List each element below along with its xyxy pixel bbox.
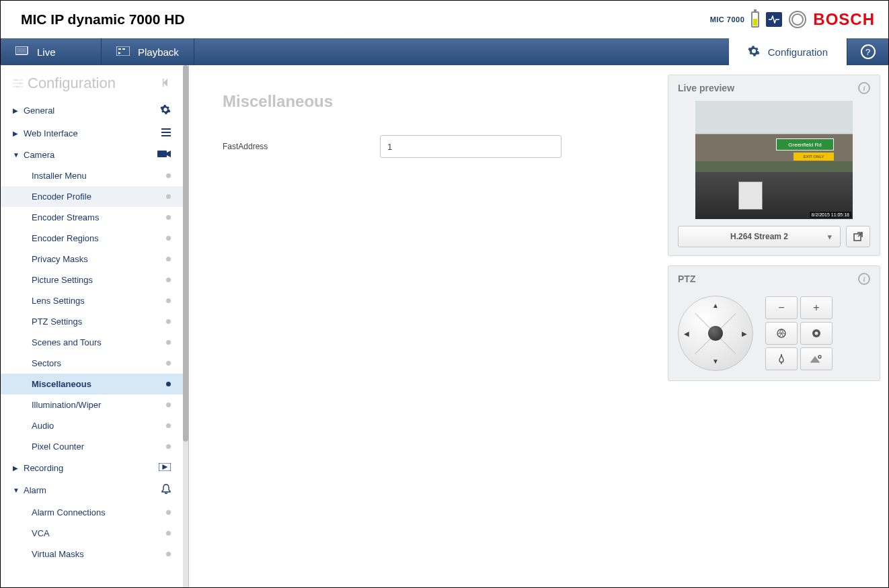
sidebar-section-general[interactable]: ▶ General [1,99,183,122]
sidebar-title: Configuration [28,75,116,92]
right-panel: Live preview i Greenfield Rd EXIT ONLY 8… [660,65,888,588]
tab-configuration[interactable]: Configuration [729,38,847,65]
sidebar-item-virtual-masks[interactable]: Virtual Masks [1,544,183,564]
sidebar-item-label: Miscellaneous [32,379,91,389]
svg-line-22 [858,233,862,237]
iris-close-icon [776,328,787,339]
sidebar-item-encoder-regions[interactable]: Encoder Regions [1,228,183,249]
section-label: General [24,106,54,116]
dot-icon [166,510,171,515]
dot-icon [166,403,171,407]
fastaddress-label: FastAddress [223,142,380,151]
sidebar-item-label: Encoder Streams [32,212,99,222]
section-label: Web Interface [24,128,78,138]
sidebar-item-alarm-connections[interactable]: Alarm Connections [1,502,183,523]
chevron-up-icon: ▲ [712,302,719,309]
section-label: Camera [24,150,54,160]
fastaddress-input[interactable] [380,135,562,158]
dot-icon [166,340,171,345]
popout-icon [853,232,863,241]
dot-icon [166,444,171,449]
svg-rect-4 [122,48,125,50]
collapse-sidebar-icon[interactable] [163,78,171,89]
sidebar-item-illumination-wiper[interactable]: Illumination/Wiper [1,394,183,415]
svg-marker-20 [163,465,167,469]
sidebar-scrollbar[interactable] [183,65,188,588]
tab-live[interactable]: Live [1,38,102,65]
sidebar-item-vca[interactable]: VCA [1,523,183,544]
focus-near-button[interactable] [765,347,798,370]
live-preview-title: Live preview [678,83,734,93]
sidebar-item-ptz-settings[interactable]: PTZ Settings [1,311,183,332]
sidebar-section-camera[interactable]: ▼ Camera [1,144,183,165]
sidebar-item-installer-menu[interactable]: Installer Menu [1,165,183,186]
top-header: MIC IP dynamic 7000 HD MIC 7000 BOSCH [1,1,888,38]
iris-open-button[interactable] [800,322,833,345]
ptz-joystick[interactable]: ▲ ▼ ◀ ▶ [678,296,753,371]
preview-sign-exit: EXIT ONLY [794,153,834,161]
sidebar-item-encoder-profile[interactable]: Encoder Profile [1,186,183,207]
main-area: Configuration ▶ General ▶ Web Interface [1,65,888,588]
svg-point-9 [20,83,22,85]
help-icon: ? [861,44,876,59]
tab-playback-label: Playback [138,46,179,58]
chevron-right-icon: ▶ [13,464,20,472]
tab-help[interactable]: ? [847,38,888,65]
ptz-title: PTZ [678,274,695,284]
sidebar-item-pixel-counter[interactable]: Pixel Counter [1,436,183,457]
dot-icon [166,173,171,178]
zoom-in-button[interactable]: + [800,296,833,319]
page-title: Miscellaneous [223,92,626,111]
chevron-down-icon: ▼ [13,151,20,159]
info-icon[interactable]: i [858,82,870,94]
dot-icon [166,382,171,386]
sidebar-item-label: Virtual Masks [32,549,84,559]
sidebar-item-scenes-tours[interactable]: Scenes and Tours [1,332,183,353]
sidebar-item-label: Encoder Regions [32,233,99,243]
section-label: Alarm [24,485,46,495]
svg-rect-13 [163,79,164,87]
info-icon[interactable]: i [858,273,870,285]
zoom-out-button[interactable]: − [765,296,798,319]
sidebar-item-picture-settings[interactable]: Picture Settings [1,269,183,290]
ptz-panel: PTZ i ▲ ▼ ◀ ▶ − + [668,265,880,381]
stream-select-label: H.264 Stream 2 [730,232,788,241]
sidebar-section-web-interface[interactable]: ▶ Web Interface [1,122,183,144]
device-title: MIC IP dynamic 7000 HD [21,11,185,28]
chevron-right-icon: ▶ [13,130,20,137]
sidebar-item-lens-settings[interactable]: Lens Settings [1,290,183,311]
sidebar-item-audio[interactable]: Audio [1,415,183,436]
sidebar-section-alarm[interactable]: ▼ Alarm [1,478,183,502]
dot-icon [166,423,171,428]
sidebar-item-miscellaneous[interactable]: Miscellaneous [1,374,183,394]
dot-icon [166,236,171,241]
stream-select[interactable]: H.264 Stream 2 [678,226,841,247]
live-preview-video[interactable]: Greenfield Rd EXIT ONLY 8/2/2015 11:05:1… [695,101,853,219]
sidebar-section-recording[interactable]: ▶ Recording [1,457,183,478]
svg-marker-5 [118,52,121,54]
iris-close-button[interactable] [765,322,798,345]
dot-icon [166,194,171,199]
sidebar-item-label: VCA [32,528,50,538]
sidebar-item-label: Illumination/Wiper [32,400,101,410]
chevron-down-icon: ▼ [712,358,719,365]
content-area: Miscellaneous FastAddress [189,65,660,588]
live-preview-body: Greenfield Rd EXIT ONLY 8/2/2015 11:05:1… [668,101,880,255]
sidebar-item-privacy-masks[interactable]: Privacy Masks [1,249,183,269]
svg-marker-12 [163,79,167,87]
main-tab-bar: Live Playback Configuration ? [1,38,888,65]
popout-button[interactable] [846,226,870,247]
tab-playback[interactable]: Playback [102,38,194,65]
preview-sign: Greenfield Rd [776,138,834,151]
sidebar-item-label: PTZ Settings [32,317,82,327]
tab-spacer [194,38,729,65]
sidebar-item-sectors[interactable]: Sectors [1,353,183,374]
sidebar-item-encoder-streams[interactable]: Encoder Streams [1,207,183,228]
ptz-header: PTZ i [668,266,880,292]
focus-far-button[interactable] [800,347,833,370]
joystick-hub[interactable] [708,326,723,341]
list-icon [161,128,171,138]
svg-rect-1 [17,48,26,53]
fastaddress-row: FastAddress [223,135,626,158]
svg-marker-27 [811,357,819,362]
